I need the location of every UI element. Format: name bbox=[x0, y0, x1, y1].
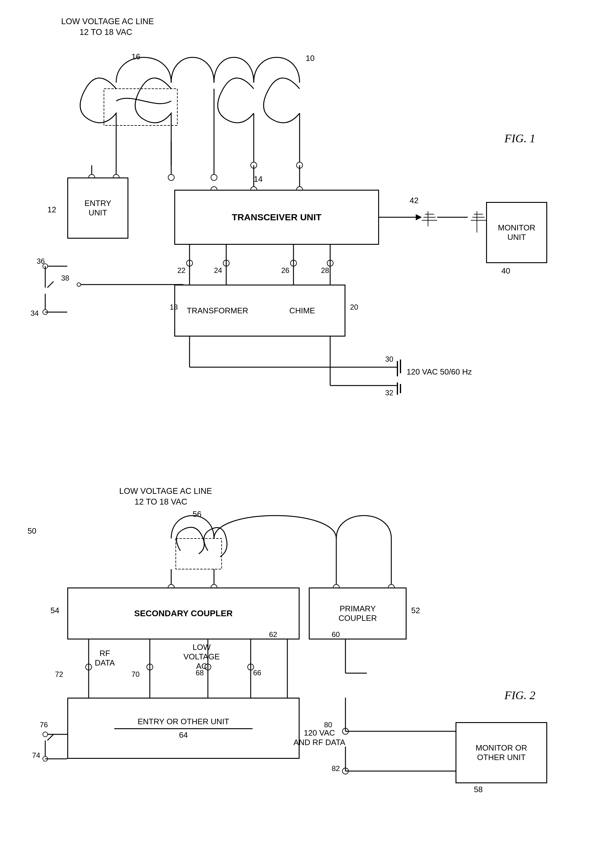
fig2-ref62: 62 bbox=[269, 630, 277, 639]
fig1-ref16: 16 bbox=[132, 52, 140, 61]
svg-point-84 bbox=[43, 756, 48, 761]
svg-point-43 bbox=[77, 283, 81, 287]
fig1-ref12: 12 bbox=[47, 205, 56, 214]
chime-label: CHIME bbox=[289, 306, 315, 315]
entry-unit-box: ENTRY UNIT bbox=[67, 178, 129, 239]
ref64-label: 64 bbox=[179, 730, 188, 740]
fig2-ref66: 66 bbox=[253, 668, 261, 677]
monitor-unit-label: MONITOR UNIT bbox=[498, 223, 535, 242]
svg-point-10 bbox=[211, 175, 217, 181]
entry-unit-label: ENTRY UNIT bbox=[84, 199, 111, 217]
entry-other-unit-box: ENTRY OR OTHER UNIT 64 bbox=[67, 698, 300, 759]
fig1-ref28: 28 bbox=[321, 266, 329, 275]
svg-point-30 bbox=[187, 260, 193, 266]
fig2-low-voltage-label2: 12 TO 18 VAC bbox=[135, 497, 187, 507]
svg-point-32 bbox=[291, 260, 297, 266]
svg-point-75 bbox=[248, 664, 254, 670]
fig1-ref20: 20 bbox=[350, 303, 358, 312]
svg-marker-19 bbox=[416, 214, 422, 220]
fig2-ref50: 50 bbox=[28, 526, 36, 536]
fig1-ref32: 32 bbox=[385, 389, 393, 397]
fig2-low-voltage-ac-label: LOW VOLTAGE AC bbox=[184, 643, 220, 671]
fig2-low-voltage-label1: LOW VOLTAGE AC LINE bbox=[119, 487, 212, 496]
diagram-container: FIG. 1 LOW VOLTAGE AC LINE 12 TO 18 VAC … bbox=[0, 0, 616, 865]
svg-point-82 bbox=[43, 732, 48, 737]
entry-other-label: ENTRY OR OTHER UNIT bbox=[138, 717, 229, 726]
fig2-ref60: 60 bbox=[332, 630, 340, 639]
fig2-ref82: 82 bbox=[332, 764, 340, 773]
fig1-ref10: 10 bbox=[306, 54, 314, 63]
fig2-ref70: 70 bbox=[132, 670, 140, 679]
fig2-title: FIG. 2 bbox=[504, 689, 535, 702]
fig2-rf-data-label: RF DATA bbox=[95, 649, 115, 668]
transformer-chime-box: TRANSFORMER CHIME bbox=[174, 285, 346, 337]
svg-line-51 bbox=[47, 282, 53, 288]
fig2-vac-rf-label: 120 VAC AND RF DATA bbox=[294, 728, 345, 747]
fig1-ref18: 18 bbox=[170, 303, 178, 312]
fig1-ref26: 26 bbox=[281, 266, 289, 275]
fig1-ref38: 38 bbox=[61, 274, 69, 282]
svg-point-33 bbox=[327, 260, 333, 266]
fig2-ref58: 58 bbox=[474, 785, 483, 794]
fig1-title: FIG. 1 bbox=[504, 132, 535, 145]
svg-rect-0 bbox=[104, 89, 177, 126]
svg-rect-60 bbox=[176, 539, 222, 569]
secondary-coupler-label: SECONDARY COUPLER bbox=[134, 608, 233, 618]
fig2-ref76: 76 bbox=[40, 720, 48, 729]
fig1-ref30: 30 bbox=[385, 355, 393, 364]
svg-point-31 bbox=[223, 260, 229, 266]
fig1-ref14: 14 bbox=[254, 175, 262, 184]
svg-point-11 bbox=[251, 162, 257, 168]
fig1-ref40: 40 bbox=[501, 266, 510, 276]
fig2-ref68: 68 bbox=[196, 668, 204, 677]
monitor-other-label: MONITOR OR OTHER UNIT bbox=[476, 743, 527, 762]
svg-point-96 bbox=[343, 768, 349, 774]
secondary-coupler-box: SECONDARY COUPLER bbox=[67, 588, 300, 640]
fig1-ref22: 22 bbox=[177, 266, 185, 275]
fig1-ref36: 36 bbox=[37, 257, 45, 266]
fig2-ref56: 56 bbox=[193, 509, 201, 519]
fig1-vac-label: 120 VAC 50/60 Hz bbox=[407, 367, 472, 377]
svg-point-9 bbox=[168, 175, 174, 181]
fig2-ref74: 74 bbox=[32, 751, 40, 760]
monitor-unit-box: MONITOR UNIT bbox=[486, 202, 547, 263]
primary-coupler-label: PRIMARY COUPLER bbox=[338, 604, 377, 623]
fig1-low-voltage-label2: 12 TO 18 VAC bbox=[80, 28, 132, 37]
fig1-low-voltage-label1: LOW VOLTAGE AC LINE bbox=[61, 17, 154, 26]
transceiver-unit-box: TRANSCEIVER UNIT bbox=[174, 190, 379, 245]
fig1-ref24: 24 bbox=[214, 266, 222, 275]
svg-point-69 bbox=[86, 664, 92, 670]
svg-point-12 bbox=[297, 162, 303, 168]
svg-point-71 bbox=[147, 664, 153, 670]
transceiver-unit-label: TRANSCEIVER UNIT bbox=[232, 212, 321, 222]
fig2-ref54: 54 bbox=[50, 606, 59, 615]
fig1-ref42: 42 bbox=[410, 196, 418, 205]
svg-point-49 bbox=[43, 310, 48, 315]
primary-coupler-box: PRIMARY COUPLER bbox=[309, 588, 407, 640]
fig2-ref80: 80 bbox=[324, 720, 332, 729]
svg-line-86 bbox=[47, 734, 53, 741]
transformer-label: TRANSFORMER bbox=[187, 306, 248, 315]
monitor-other-unit-box: MONITOR OR OTHER UNIT bbox=[456, 722, 547, 783]
fig2-ref52: 52 bbox=[411, 606, 420, 615]
fig2-ref72: 72 bbox=[55, 670, 63, 679]
fig1-ref34: 34 bbox=[31, 309, 39, 318]
